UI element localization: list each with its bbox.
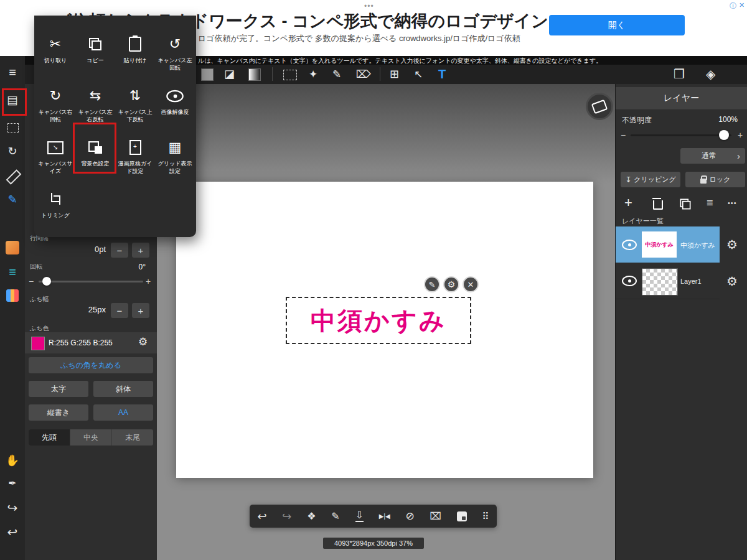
layer-thumbnail[interactable]: [642, 268, 678, 296]
edge-width-minus-button[interactable]: −: [111, 303, 128, 318]
flip-view-button[interactable]: ▶|◀: [379, 513, 390, 520]
opacity-minus[interactable]: −: [621, 130, 626, 140]
select-eraser-tool-icon[interactable]: ⌦: [356, 69, 371, 80]
menu-item-flip-vertical[interactable]: ⇅ キャンバス上下反転: [115, 85, 155, 136]
opacity-plus[interactable]: +: [738, 130, 743, 140]
text-close-button[interactable]: ✕: [463, 276, 479, 292]
select-rect-tool-icon[interactable]: [283, 70, 297, 80]
menu-item-rotate-canvas-left[interactable]: ↺ キャンバス左回転: [155, 33, 195, 85]
text-object-box[interactable]: 中須かすみ: [286, 297, 471, 344]
layer-list-button[interactable]: ≡: [707, 197, 713, 208]
opacity-slider-knob[interactable]: [719, 130, 729, 140]
lock-button[interactable]: ロック: [685, 172, 745, 187]
ruler-tool-icon[interactable]: [6, 172, 21, 183]
menu-item-background-color[interactable]: 背景色設定: [75, 136, 115, 188]
select-panel-icon[interactable]: [7, 123, 19, 135]
layer-thumbnail[interactable]: 中須かすみ: [642, 231, 677, 258]
layer-visibility-icon[interactable]: [622, 276, 637, 286]
delete-layer-button[interactable]: [653, 200, 663, 210]
more-options-button[interactable]: •••: [728, 200, 737, 207]
duplicate-layer-button[interactable]: [680, 199, 691, 210]
clear-button[interactable]: ⌧: [430, 511, 441, 521]
menu-item-copy[interactable]: コピー: [75, 33, 115, 85]
object-select-tool-icon[interactable]: ↖: [414, 69, 423, 80]
gradient-tool-icon[interactable]: [248, 68, 261, 81]
line-spacing-minus-button[interactable]: −: [111, 243, 128, 258]
layer-visibility-icon[interactable]: [622, 240, 637, 250]
main-menu-icon[interactable]: ≡: [0, 66, 25, 78]
view-rotate-button[interactable]: [586, 93, 613, 120]
align-center-option[interactable]: 中央: [70, 429, 112, 446]
menu-item-image-resolution[interactable]: 画像解像度: [155, 85, 195, 136]
add-layer-button[interactable]: +: [624, 196, 632, 210]
layers-panel-icon[interactable]: ◈: [706, 68, 715, 80]
rotation-plus[interactable]: +: [146, 276, 151, 286]
bucket-tool-icon[interactable]: ◪: [224, 68, 235, 80]
import-button[interactable]: ⇩: [355, 510, 364, 522]
line-spacing-plus-button[interactable]: +: [132, 243, 149, 258]
select-pen-tool-icon[interactable]: ✎: [332, 69, 341, 80]
redo-button[interactable]: ↪: [282, 511, 291, 522]
brush-list-icon[interactable]: ≡: [0, 265, 25, 279]
text-tool-icon[interactable]: T: [438, 67, 446, 82]
clipping-button[interactable]: ↧ クリッピング: [621, 172, 680, 187]
round-corner-button[interactable]: ふちの角を丸める: [29, 357, 153, 373]
rotation-slider-track[interactable]: [39, 281, 143, 282]
text-settings-button[interactable]: ⚙: [443, 276, 459, 292]
bold-button[interactable]: 太字: [29, 381, 88, 397]
multitask-indicator[interactable]: •••: [364, 2, 374, 11]
rotation-minus[interactable]: −: [29, 276, 34, 286]
brush-tool-icon[interactable]: ✎: [0, 193, 25, 207]
menu-item-flip-horizontal[interactable]: ⇆ キャンバス左右反転: [75, 85, 115, 136]
toggle-ui-button[interactable]: [457, 511, 467, 521]
italic-button[interactable]: 斜体: [93, 381, 153, 397]
palette-icon[interactable]: [6, 289, 19, 302]
edge-color-swatch[interactable]: [31, 337, 45, 350]
vertical-text-button[interactable]: 縦書き: [29, 404, 88, 421]
materials-panel-icon[interactable]: ❒: [674, 68, 685, 80]
redo-button[interactable]: ↪: [0, 502, 25, 514]
color-swatch-button[interactable]: [6, 241, 19, 254]
edge-color-gear-icon[interactable]: ⚙: [138, 337, 148, 347]
blend-mode-button[interactable]: 通常 ›: [680, 148, 745, 164]
align-first-option[interactable]: 先頭: [29, 429, 70, 446]
edge-width-plus-button[interactable]: +: [132, 303, 149, 318]
layer-row[interactable]: Layer1: [616, 263, 720, 299]
layer-settings-gear-icon[interactable]: ⚙: [726, 237, 738, 252]
frame-divide-tool-icon[interactable]: ⊞: [390, 68, 399, 80]
magic-wand-tool-icon[interactable]: ✦: [309, 69, 317, 80]
menu-item-paste[interactable]: 貼り付け: [115, 33, 155, 85]
align-last-option[interactable]: 末尾: [112, 429, 153, 446]
menu-item-grid-settings[interactable]: ▦ グリッド表示設定: [155, 136, 195, 188]
opacity-slider-track[interactable]: [631, 134, 731, 136]
undo-button[interactable]: ↩: [0, 526, 25, 538]
rotate-reset-button[interactable]: ⊘: [406, 511, 415, 521]
color-chip-primary[interactable]: [201, 68, 214, 81]
text-edit-button[interactable]: ✎: [424, 276, 440, 292]
file-menu-icon[interactable]: ▤: [0, 94, 25, 106]
menu-item-manga-guide[interactable]: + 漫画原稿ガイド設定: [115, 136, 155, 188]
edit-pen-button[interactable]: ✎: [331, 511, 339, 521]
lock-label: ロック: [710, 175, 731, 184]
menu-item-canvas-size[interactable]: ↘ キャンバスサイズ: [35, 136, 75, 188]
layer-row-selected[interactable]: 中須かすみ 中須かすみ: [616, 226, 720, 263]
canvas-text[interactable]: 中須かすみ: [311, 304, 446, 338]
layers-panel-title: レイヤー: [664, 93, 699, 104]
edge-color-row[interactable]: R:255 G:255 B:255 ⚙: [25, 332, 157, 353]
menu-item-rotate-canvas-right[interactable]: ↻ キャンバス右回転: [35, 85, 75, 136]
layer-settings-gear-icon[interactable]: ⚙: [726, 274, 738, 289]
gear-icon: ⚙: [448, 280, 456, 289]
ad-close-icon[interactable]: ✕: [739, 1, 745, 9]
menu-item-trimming[interactable]: トリミング: [35, 188, 75, 240]
transform-button[interactable]: ❖: [307, 511, 316, 521]
eyedropper-tool-icon[interactable]: ✒: [0, 478, 25, 488]
ad-open-button[interactable]: 開く: [549, 15, 685, 35]
grid-dots-button[interactable]: ⠿: [482, 511, 489, 521]
rotation-slider-knob[interactable]: [42, 277, 51, 286]
menu-item-cut[interactable]: ✂ 切り取り: [35, 33, 75, 85]
hand-tool-icon[interactable]: ✋: [0, 455, 25, 466]
ad-info-icon[interactable]: ⓘ: [730, 1, 736, 11]
undo-button[interactable]: ↩: [257, 511, 266, 522]
antialias-button[interactable]: AA: [93, 404, 153, 421]
view-transform-icon[interactable]: ↻: [0, 146, 25, 157]
